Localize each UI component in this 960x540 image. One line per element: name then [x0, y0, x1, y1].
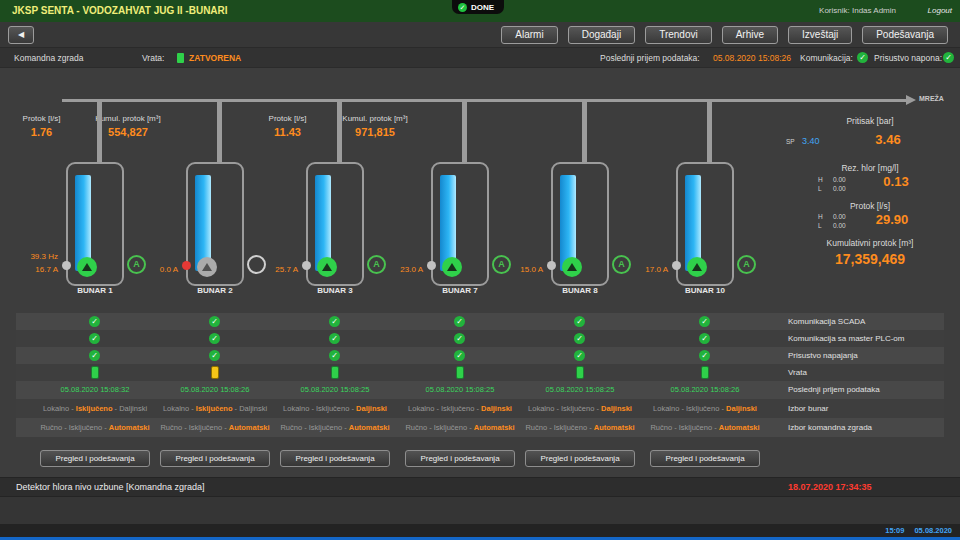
done-badge[interactable]: ✓ DONE [452, 0, 504, 14]
selector-pre: Lokalno - Isključeno - [653, 404, 726, 413]
ok-check-icon: ✓ [89, 316, 100, 327]
well-name: BUNAR 8 [540, 286, 620, 295]
selector-selected: Daljinski [726, 404, 757, 413]
ok-check-icon: ✓ [454, 333, 465, 344]
well-bunar-1: 39.3 Hz 16.7 A A BUNAR 1 [35, 70, 155, 310]
well-tank [186, 162, 244, 286]
ok-check-icon: ✓ [454, 350, 465, 361]
flow-l-label: L [818, 222, 822, 229]
well-tank [431, 162, 489, 286]
pump-running-icon[interactable] [77, 257, 97, 277]
pump-running-icon[interactable] [442, 257, 462, 277]
table-row-komunikacija-scada: ✓ ✓ ✓ ✓ ✓ ✓ Komunikacija SCADA [16, 313, 944, 330]
selector-selected: Isključeno [196, 404, 233, 413]
pump-running-icon[interactable] [687, 257, 707, 277]
selector-selected: Automatski [594, 423, 635, 432]
tab-dogadjaji[interactable]: Događaji [568, 26, 635, 44]
tab-trendovi[interactable]: Trendovi [645, 26, 712, 44]
table-row-vrata: Vrata [16, 364, 944, 381]
pressure-sp-label: SP [786, 138, 795, 145]
selector-pre: Lokalno - Isključeno - [283, 404, 356, 413]
total-flow-value: 29.90 [862, 212, 922, 227]
chlorine-l-value: 0.00 [833, 185, 846, 192]
total-flow-label: Protok [l/s] [808, 201, 932, 211]
pump-running-icon[interactable] [562, 257, 582, 277]
nav-bar: ◀ Alarmi Događaji Trendovi Arhive Izvešt… [0, 22, 960, 48]
pressure-label: Pritisak [bar] [808, 116, 932, 126]
selector-selected: Isključeno [76, 404, 113, 413]
door-ok-icon [456, 366, 464, 379]
timestamp: 05.08.2020 15:08:25 [520, 381, 640, 399]
pump-running-icon[interactable] [317, 257, 337, 277]
well-pipe [707, 100, 712, 163]
selector-cell: Ručno - Isključeno - Automatski [275, 418, 395, 437]
pregled-podesavanja-button-4[interactable]: Pregled i podešavanja [405, 450, 515, 467]
ok-check-icon: ✓ [454, 316, 465, 327]
pregled-podesavanja-button-3[interactable]: Pregled i podešavanja [280, 450, 390, 467]
well-current: 16.7 A [3, 265, 58, 274]
row-label: Izbor bunar [788, 399, 828, 418]
door-warn-icon [211, 366, 219, 379]
alarm-strip[interactable]: Detektor hlora nivo uzbune [Komandna zgr… [0, 477, 960, 497]
voltage-label: Prisustvo napona: [874, 48, 942, 68]
back-button[interactable]: ◀ [8, 26, 34, 44]
footer-clock: 15:09 05.08.2020 [885, 524, 952, 537]
flow-h-label: H [818, 213, 823, 220]
tab-arhive[interactable]: Arhive [722, 26, 778, 44]
ok-check-icon: ✓ [574, 333, 585, 344]
well-bunar-8: 15.0 A A BUNAR 8 [520, 70, 640, 310]
flow-l-value: 0.00 [833, 222, 846, 229]
well-tank [676, 162, 734, 286]
selector-cell: Lokalno - Isključeno - Daljinski [645, 399, 765, 418]
pregled-podesavanja-button-5[interactable]: Pregled i podešavanja [525, 450, 635, 467]
selector-selected: Automatski [109, 423, 150, 432]
selector-pre: Ručno - Isključeno - [650, 423, 718, 432]
well-tank [551, 162, 609, 286]
footer-date: 05.08.2020 [914, 524, 952, 537]
chlorine-h-label: H [818, 176, 823, 183]
pump-triangle-icon [567, 263, 577, 271]
well-pipe [97, 100, 102, 163]
well-pipe [582, 100, 587, 163]
selector-cell: Lokalno - Isključeno - Daljinski [520, 399, 640, 418]
well-pipe [462, 100, 467, 163]
well-name: BUNAR 2 [175, 286, 255, 295]
timestamp: 05.08.2020 15:08:32 [35, 381, 155, 399]
selector-cell: Ručno - Isključeno - Automatski [400, 418, 520, 437]
voltage-ok-icon: ✓ [943, 52, 954, 63]
tab-izvestaji[interactable]: Izveštaji [788, 26, 852, 44]
pregled-podesavanja-button-6[interactable]: Pregled i podešavanja [650, 450, 760, 467]
door-label: Vrata: [142, 48, 164, 68]
network-label: MREŽA [919, 95, 944, 102]
pregled-podesavanja-button-1[interactable]: Pregled i podešavanja [40, 450, 150, 467]
pump-stopped-icon[interactable] [197, 257, 217, 277]
status-dot-icon [672, 261, 681, 270]
ok-check-icon: ✓ [699, 350, 710, 361]
last-data-value: 05.08.2020 15:08:26 [713, 48, 791, 68]
well-bunar-10: 17.0 A A BUNAR 10 [645, 70, 765, 310]
ok-check-icon: ✓ [329, 316, 340, 327]
pregled-podesavanja-button-2[interactable]: Pregled i podešavanja [160, 450, 270, 467]
logout-button[interactable]: Logout [928, 0, 952, 22]
done-check-icon: ✓ [458, 3, 467, 12]
lower-spacer [0, 497, 960, 524]
ok-check-icon: ✓ [329, 350, 340, 361]
door-ok-icon [91, 366, 99, 379]
ok-check-icon: ✓ [574, 350, 585, 361]
selector-post: - Daljinski [233, 404, 268, 413]
selector-pre: Lokalno - Isključeno - [528, 404, 601, 413]
pressure-value: 3.46 [856, 132, 920, 147]
table-row-izbor-komandna-zgrada: Ručno - Isključeno - Automatski Ručno - … [16, 418, 944, 437]
selector-selected: Automatski [719, 423, 760, 432]
selector-pre: Lokalno - [43, 404, 76, 413]
app-title: JKSP SENTA - VODOZAHVAT JUG II -BUNARI [12, 0, 228, 22]
timestamp: 05.08.2020 15:08:26 [645, 381, 765, 399]
pump-triangle-icon [447, 263, 457, 271]
door-status: ZATVORENA [189, 48, 241, 68]
tab-podesavanja[interactable]: Podešavanja [862, 26, 948, 44]
row-label: Komunikacija SCADA [788, 313, 865, 330]
tab-alarmi[interactable]: Alarmi [501, 26, 557, 44]
door-ok-icon [576, 366, 584, 379]
selector-pre: Lokalno - Isključeno - [408, 404, 481, 413]
selector-selected: Automatski [349, 423, 390, 432]
